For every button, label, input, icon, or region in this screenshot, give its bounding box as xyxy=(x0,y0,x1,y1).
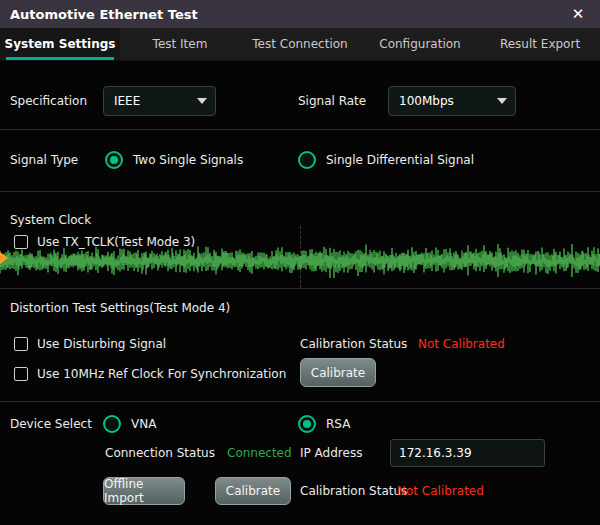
checkbox-label: Use Disturbing Signal xyxy=(37,337,166,351)
tab-test-item[interactable]: Test Item xyxy=(120,28,240,60)
tab-label: Test Item xyxy=(153,37,208,51)
specification-label: Specification xyxy=(10,86,87,116)
title-bar: Automotive Ethernet Test ✕ xyxy=(0,0,600,28)
divider xyxy=(0,401,600,402)
tab-label: Result Export xyxy=(500,37,580,51)
use-disturbing-signal-checkbox[interactable]: Use Disturbing Signal xyxy=(14,334,166,354)
offline-import-button[interactable]: Offline Import xyxy=(103,477,185,505)
checkbox-icon xyxy=(14,367,28,381)
checkbox-icon xyxy=(14,337,28,351)
radio-icon xyxy=(105,151,123,169)
ip-address-input[interactable] xyxy=(390,439,545,467)
system-clock-label: System Clock xyxy=(10,206,91,234)
signal-rate-value: 100Mbps xyxy=(399,94,454,108)
trigger-position-line xyxy=(300,226,301,288)
signal-type-label: Signal Type xyxy=(10,146,78,174)
use-tx-tclk-checkbox[interactable]: Use TX_TCLK(Test Mode 3) xyxy=(14,232,195,252)
ip-address-label: IP Address xyxy=(300,439,362,467)
tab-system-settings[interactable]: System Settings xyxy=(0,28,120,60)
tab-label: System Settings xyxy=(5,37,116,51)
calibrate-button[interactable]: Calibrate xyxy=(215,477,291,505)
button-label: Offline Import xyxy=(104,477,184,505)
calibration-status-value: Not Calibrated xyxy=(397,481,484,501)
connection-status-label: Connection Status xyxy=(105,439,215,467)
chevron-down-icon xyxy=(197,98,207,104)
system-settings-panel: Specification IEEE Signal Rate 100Mbps S… xyxy=(0,61,600,525)
device-select-label: Device Select xyxy=(10,410,92,438)
close-button[interactable]: ✕ xyxy=(566,2,590,26)
radio-label: Single Differential Signal xyxy=(326,153,474,167)
specification-dropdown[interactable]: IEEE xyxy=(103,86,216,116)
radio-label: VNA xyxy=(131,417,156,431)
checkbox-label: Use 10MHz Ref Clock For Synchronization xyxy=(37,367,286,381)
signal-rate-label: Signal Rate xyxy=(298,86,366,116)
radio-rsa[interactable]: RSA xyxy=(298,410,350,438)
signal-rate-dropdown[interactable]: 100Mbps xyxy=(388,86,516,116)
automotive-ethernet-test-dialog: Automotive Ethernet Test ✕ System Settin… xyxy=(0,0,600,525)
tab-label: Configuration xyxy=(379,37,460,51)
radio-single-differential-signal[interactable]: Single Differential Signal xyxy=(298,146,474,174)
divider xyxy=(0,288,600,289)
use-10mhz-ref-clock-checkbox[interactable]: Use 10MHz Ref Clock For Synchronization xyxy=(14,364,286,384)
distortion-settings-title: Distortion Test Settings(Test Mode 4) xyxy=(10,296,230,320)
calibration-status-label: Calibration Status xyxy=(300,481,407,501)
calibration-status-value: Not Calibrated xyxy=(418,334,505,354)
calibration-status-label: Calibration Status xyxy=(300,334,407,354)
radio-icon xyxy=(103,415,121,433)
radio-label: Two Single Signals xyxy=(133,153,243,167)
checkbox-icon xyxy=(14,235,28,249)
tab-configuration[interactable]: Configuration xyxy=(360,28,480,60)
radio-two-single-signals[interactable]: Two Single Signals xyxy=(105,146,243,174)
chevron-down-icon xyxy=(497,98,507,104)
connection-status-value: Connected xyxy=(227,439,292,467)
radio-label: RSA xyxy=(326,417,350,431)
calibrate-button[interactable]: Calibrate xyxy=(300,358,376,387)
specification-value: IEEE xyxy=(114,94,140,108)
button-label: Calibrate xyxy=(311,366,365,380)
divider xyxy=(0,129,600,130)
window-title: Automotive Ethernet Test xyxy=(10,7,198,22)
divider xyxy=(0,191,600,192)
close-icon: ✕ xyxy=(572,5,585,23)
radio-icon xyxy=(298,151,316,169)
tab-label: Test Connection xyxy=(252,37,347,51)
tab-bar: System Settings Test Item Test Connectio… xyxy=(0,28,600,61)
channel-marker-icon xyxy=(0,252,8,264)
radio-vna[interactable]: VNA xyxy=(103,410,156,438)
radio-icon xyxy=(298,415,316,433)
button-label: Calibrate xyxy=(226,484,280,498)
checkbox-label: Use TX_TCLK(Test Mode 3) xyxy=(37,235,195,249)
tab-test-connection[interactable]: Test Connection xyxy=(240,28,360,60)
tab-result-export[interactable]: Result Export xyxy=(480,28,600,60)
